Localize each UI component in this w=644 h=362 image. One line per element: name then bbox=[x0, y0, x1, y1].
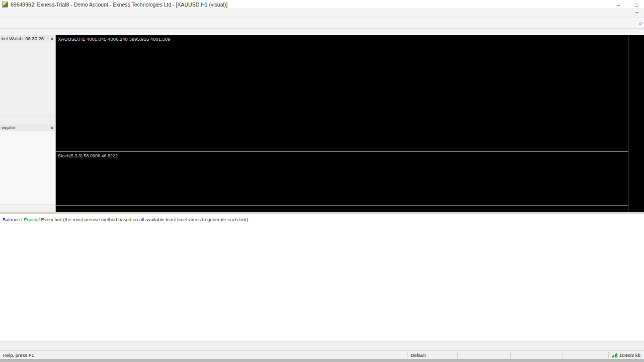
window-title: 69649962: Exness-Trial8 - Demo Account -… bbox=[11, 2, 227, 8]
traffic-label: 1048/2 kb bbox=[619, 352, 640, 358]
time-axis bbox=[56, 205, 628, 212]
status-traffic: 1048/2 kb bbox=[609, 352, 644, 358]
header-sep: / bbox=[37, 217, 41, 222]
market-watch-title: ket Watch: 06:30:26 bbox=[2, 36, 44, 41]
pane-separator[interactable] bbox=[56, 151, 628, 152]
close-icon[interactable]: x bbox=[51, 36, 53, 41]
toolbar-main bbox=[0, 18, 644, 29]
navigator-tree bbox=[0, 131, 55, 204]
os-taskbar[interactable] bbox=[0, 359, 644, 362]
navigator-title: vigator bbox=[2, 125, 16, 130]
close-icon[interactable]: x bbox=[51, 125, 53, 130]
tick-method-label: Every tick (the most precise method base… bbox=[41, 217, 248, 222]
mdi-minimize-button[interactable]: – bbox=[633, 9, 641, 16]
status-bar: Help, press F1 Default 1048/2 kb bbox=[0, 350, 644, 359]
mt4-window: 69649962: Exness-Trial8 - Demo Account -… bbox=[0, 0, 644, 362]
market-watch-panel: ket Watch: 06:30:26 x bbox=[0, 35, 56, 124]
strategy-tester-graph[interactable]: Balance / Equity / Every tick (the most … bbox=[0, 212, 644, 341]
price-axis bbox=[628, 35, 644, 212]
title-bar: 69649962: Exness-Trial8 - Demo Account -… bbox=[0, 0, 644, 9]
status-profile[interactable]: Default bbox=[408, 352, 458, 358]
balance-legend: Balance bbox=[3, 217, 20, 222]
tester-tabs bbox=[0, 341, 644, 350]
status-cell bbox=[458, 352, 511, 358]
navigator-tabs bbox=[0, 205, 55, 212]
price-chart[interactable]: XAUUSD,H1 4001.045 4006.248 3995.955 400… bbox=[56, 35, 644, 212]
equity-legend: Equity bbox=[24, 217, 37, 222]
search-icon[interactable]: ⌕ bbox=[638, 20, 642, 27]
status-cell bbox=[562, 352, 609, 358]
status-help: Help, press F1 bbox=[0, 352, 408, 358]
navigator-panel: vigator x bbox=[0, 124, 56, 212]
maximize-button[interactable]: □ bbox=[633, 2, 640, 8]
toolbar-drawing-timeframes bbox=[0, 29, 644, 36]
tester-graph-header: Balance / Equity / Every tick (the most … bbox=[3, 217, 248, 222]
app-icon bbox=[2, 2, 8, 8]
status-cell bbox=[511, 352, 562, 358]
stochastic-label: Stoch(5,3,3) 58.0906 46.8222 bbox=[58, 153, 118, 158]
market-watch-tabs bbox=[0, 117, 55, 124]
chart-ohlc-header: XAUUSD,H1 4001.045 4006.248 3995.955 400… bbox=[58, 36, 170, 42]
connection-icon bbox=[612, 353, 617, 357]
minimize-button[interactable]: – bbox=[615, 2, 622, 8]
menu-bar bbox=[0, 9, 644, 18]
